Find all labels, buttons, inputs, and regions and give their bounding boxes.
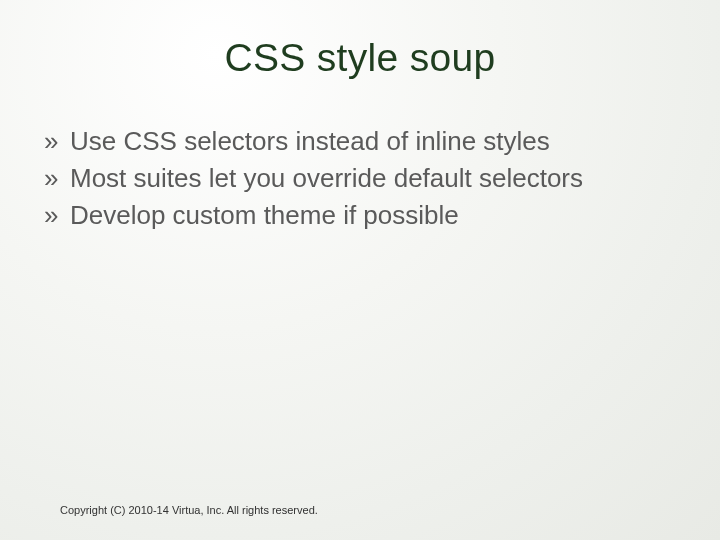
slide-title: CSS style soup — [40, 36, 680, 80]
list-item: Most suites let you override default sel… — [44, 161, 680, 196]
copyright-footer: Copyright (C) 2010-14 Virtua, Inc. All r… — [60, 504, 318, 516]
slide: CSS style soup Use CSS selectors instead… — [0, 0, 720, 540]
bullet-list: Use CSS selectors instead of inline styl… — [40, 124, 680, 235]
list-item: Use CSS selectors instead of inline styl… — [44, 124, 680, 159]
list-item: Develop custom theme if possible — [44, 198, 680, 233]
